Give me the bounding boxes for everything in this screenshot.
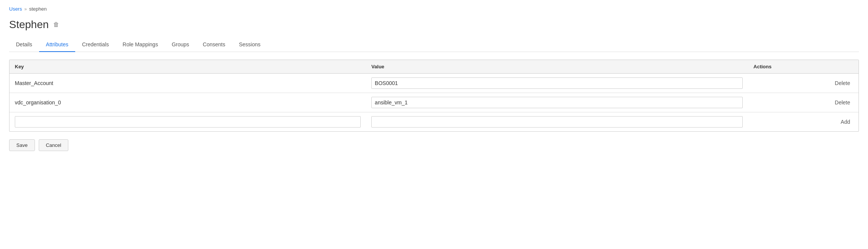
actions-cell: Delete — [748, 93, 859, 112]
key-value: vdc_organisation_0 — [15, 99, 61, 106]
breadcrumb: Users » stephen — [9, 6, 859, 12]
table-row: vdc_organisation_0 Delete — [9, 93, 859, 112]
tab-groups[interactable]: Groups — [165, 38, 196, 52]
column-header-value: Value — [366, 60, 748, 74]
table-header-row: Key Value Actions — [9, 60, 859, 74]
value-input[interactable] — [371, 77, 743, 89]
new-key-input[interactable] — [15, 116, 361, 128]
new-row: Add — [9, 112, 859, 132]
cancel-button[interactable]: Cancel — [39, 139, 68, 151]
value-input[interactable] — [371, 97, 743, 108]
page-title: Stephen — [9, 19, 49, 31]
tab-details[interactable]: Details — [9, 38, 39, 52]
value-cell — [366, 74, 748, 93]
actions-cell: Delete — [748, 74, 859, 93]
new-value-input[interactable] — [371, 116, 743, 128]
column-header-actions: Actions — [748, 60, 859, 74]
save-button[interactable]: Save — [9, 139, 35, 151]
new-key-cell — [9, 112, 366, 132]
tab-credentials[interactable]: Credentials — [75, 38, 116, 52]
delete-row-button[interactable]: Delete — [832, 79, 853, 88]
value-cell — [366, 93, 748, 112]
breadcrumb-separator: » — [24, 6, 27, 12]
tabs-nav: Details Attributes Credentials Role Mapp… — [9, 38, 859, 52]
add-row-button[interactable]: Add — [838, 117, 853, 126]
page-header: Stephen 🗑 — [9, 19, 859, 31]
key-cell: Master_Account — [9, 74, 366, 93]
new-value-cell — [366, 112, 748, 132]
add-cell: Add — [748, 112, 859, 132]
key-cell: vdc_organisation_0 — [9, 93, 366, 112]
breadcrumb-users-link[interactable]: Users — [9, 6, 22, 12]
tab-role-mappings[interactable]: Role Mappings — [116, 38, 165, 52]
attributes-table: Key Value Actions Master_Account Delete — [9, 60, 859, 132]
tab-consents[interactable]: Consents — [196, 38, 232, 52]
tab-sessions[interactable]: Sessions — [232, 38, 267, 52]
footer-buttons: Save Cancel — [9, 139, 859, 151]
key-value: Master_Account — [15, 80, 53, 86]
column-header-key: Key — [9, 60, 366, 74]
tab-attributes[interactable]: Attributes — [39, 38, 75, 52]
delete-user-icon[interactable]: 🗑 — [53, 21, 59, 28]
delete-row-button[interactable]: Delete — [832, 98, 853, 107]
table-row: Master_Account Delete — [9, 74, 859, 93]
breadcrumb-current: stephen — [29, 6, 47, 12]
